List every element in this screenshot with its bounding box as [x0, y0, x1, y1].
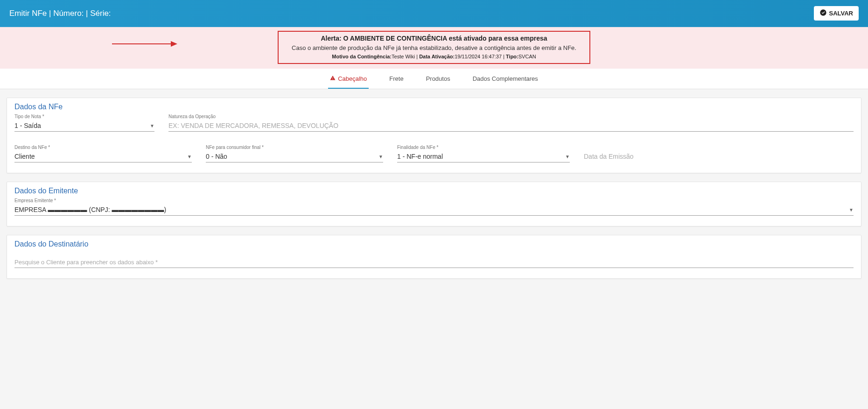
field-label: Natureza da Operação [168, 114, 854, 119]
check-circle-icon [819, 9, 827, 18]
select-destino[interactable]: Cliente ▼ [14, 151, 192, 162]
field-empresa-emitente: Empresa Emitente * EMPRESA ▬▬▬▬▬▬ (CNPJ:… [14, 198, 854, 216]
page-content: Dados da NFe Tipo de Nota * 1 - Saída ▼ … [0, 89, 868, 301]
field-label: Destino da NFe * [14, 145, 192, 150]
alert-tipo-value: SVCAN [518, 54, 536, 59]
chevron-down-icon: ▼ [849, 207, 854, 212]
card-title: Dados do Emitente [14, 187, 854, 195]
field-consumidor-final: NFe para consumidor final * 0 - Não ▼ [206, 145, 383, 162]
field-label [584, 145, 705, 150]
select-consumidor-final[interactable]: 0 - Não ▼ [206, 151, 383, 162]
input-natureza[interactable] [168, 120, 854, 132]
field-natureza: Natureza da Operação [168, 114, 854, 132]
field-tipo-nota: Tipo de Nota * 1 - Saída ▼ [14, 114, 154, 132]
alert-box: Alerta: O AMBIENTE DE CONTINGÊNCIA está … [278, 31, 590, 64]
alert-subtitle: Caso o ambiente de produção da NFe já te… [292, 43, 576, 53]
input-data-emissao[interactable] [584, 151, 705, 162]
card-title: Dados da NFe [14, 103, 854, 111]
alert-motivo-value: Teste Wiki [392, 54, 415, 59]
tab-dados-complementares[interactable]: Dados Complementares [471, 69, 540, 89]
tab-label: Cabeçalho [338, 75, 367, 82]
select-value: Cliente [14, 153, 35, 160]
chevron-down-icon: ▼ [378, 154, 383, 159]
tab-label: Produtos [426, 75, 450, 82]
chevron-down-icon: ▼ [187, 154, 192, 159]
chevron-down-icon: ▼ [150, 123, 154, 128]
arrow-annotation [112, 38, 177, 49]
field-label: Empresa Emitente * [14, 198, 854, 203]
card-title: Dados do Destinatário [14, 240, 854, 248]
tab-row: Cabeçalho Frete Produtos Dados Complemen… [0, 69, 868, 89]
save-button[interactable]: SALVAR [814, 6, 859, 21]
tab-produtos[interactable]: Produtos [424, 69, 452, 89]
field-cliente-search [14, 257, 854, 268]
input-cliente-search[interactable] [14, 257, 854, 268]
field-label: Tipo de Nota * [14, 114, 154, 119]
page-title: Emitir NFe | Número: | Série: [9, 9, 111, 18]
select-value: 0 - Não [206, 153, 227, 160]
select-value: 1 - Saída [14, 122, 41, 129]
alert-data-value: 19/11/2024 16:47:37 [455, 54, 502, 59]
select-value: EMPRESA ▬▬▬▬▬▬ (CNPJ: ▬▬▬▬▬▬▬▬) [14, 206, 166, 213]
alert-title: Alerta: O AMBIENTE DE CONTINGÊNCIA está … [292, 34, 576, 43]
select-value: 1 - NF-e normal [397, 153, 443, 160]
tab-cabecalho[interactable]: Cabeçalho [328, 69, 369, 89]
alert-tipo-label: Tipo: [506, 54, 518, 59]
alert-banner: Alerta: O AMBIENTE DE CONTINGÊNCIA está … [0, 27, 868, 69]
tab-label: Frete [389, 75, 403, 82]
svg-marker-1 [171, 41, 177, 47]
header: Emitir NFe | Número: | Série: SALVAR [0, 0, 868, 27]
select-empresa-emitente[interactable]: EMPRESA ▬▬▬▬▬▬ (CNPJ: ▬▬▬▬▬▬▬▬) ▼ [14, 204, 854, 216]
field-label: NFe para consumidor final * [206, 145, 383, 150]
field-finalidade: Finalidade da NFe * 1 - NF-e normal ▼ [397, 145, 570, 162]
alert-meta: Motivo da Contingência:Teste Wiki | Data… [292, 53, 576, 61]
alert-motivo-label: Motivo da Contingência: [332, 54, 392, 59]
card-dados-destinatario: Dados do Destinatário [7, 235, 861, 279]
card-dados-emitente: Dados do Emitente Empresa Emitente * EMP… [7, 182, 861, 226]
tab-label: Dados Complementares [473, 75, 538, 82]
save-button-label: SALVAR [829, 10, 853, 17]
field-data-emissao [584, 145, 705, 162]
tab-frete[interactable]: Frete [387, 69, 405, 89]
warning-icon [330, 75, 336, 82]
select-finalidade[interactable]: 1 - NF-e normal ▼ [397, 151, 570, 162]
alert-data-label: Data Ativação: [419, 54, 455, 59]
field-destino: Destino da NFe * Cliente ▼ [14, 145, 192, 162]
select-tipo-nota[interactable]: 1 - Saída ▼ [14, 120, 154, 132]
chevron-down-icon: ▼ [565, 154, 570, 159]
field-label: Finalidade da NFe * [397, 145, 570, 150]
card-dados-nfe: Dados da NFe Tipo de Nota * 1 - Saída ▼ … [7, 98, 861, 173]
